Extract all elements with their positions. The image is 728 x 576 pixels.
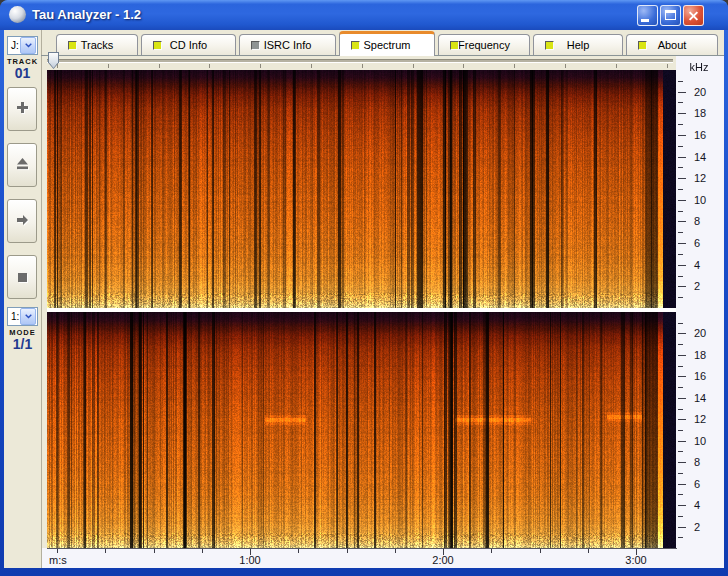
freq-tick	[678, 265, 686, 266]
freq-tick-label: 18	[694, 108, 706, 119]
window-controls	[637, 5, 704, 26]
close-button[interactable]	[683, 5, 704, 26]
tab-help[interactable]: Help	[533, 34, 623, 55]
next-button[interactable]	[7, 199, 37, 243]
freq-tick	[678, 286, 686, 287]
freq-tick	[678, 451, 683, 452]
arrow-right-icon	[16, 214, 29, 229]
app-window: Tau Analyzer - 1.2 J: TRACK 01 1:	[0, 0, 728, 576]
time-tick	[588, 549, 589, 553]
time-tick-label: 1:00	[239, 554, 260, 566]
freq-tick	[678, 211, 683, 212]
maximize-button[interactable]	[660, 5, 681, 26]
freq-tick	[678, 494, 683, 495]
drive-select[interactable]: J:	[7, 36, 38, 55]
freq-tick	[678, 102, 683, 103]
freq-tick	[678, 113, 686, 114]
chevron-down-icon[interactable]	[20, 37, 36, 54]
slider-tick	[209, 64, 210, 68]
title-bar[interactable]: Tau Analyzer - 1.2	[0, 0, 728, 30]
mode-value: 1/1	[4, 336, 41, 352]
freq-tick	[678, 124, 683, 125]
freq-tick-label: 4	[694, 500, 700, 511]
freq-tick	[678, 527, 686, 528]
freq-tick-label: 12	[694, 173, 706, 184]
slider-tick	[565, 64, 566, 68]
tab-about[interactable]: About	[626, 34, 718, 55]
freq-tick-label: 4	[694, 260, 700, 271]
freq-tick	[678, 419, 686, 420]
tab-led-indicator-icon	[251, 41, 260, 50]
sidebar: J: TRACK 01 1: MODE 1/1	[4, 30, 42, 568]
freq-tick	[678, 243, 686, 244]
freq-tick	[678, 323, 683, 324]
tab-frequency[interactable]: Frequency	[438, 34, 530, 55]
time-tick-label: 2:00	[432, 554, 453, 566]
freq-tick	[678, 200, 686, 201]
slider-tick	[514, 64, 515, 68]
freq-tick	[678, 254, 683, 255]
time-axis-unit: m:s	[49, 554, 67, 566]
freq-tick	[678, 462, 686, 463]
freq-tick	[678, 430, 683, 431]
freq-tick-label: 10	[694, 195, 706, 206]
minimize-button[interactable]	[637, 5, 658, 26]
drive-select-value: J:	[11, 40, 19, 51]
tab-label: CD Info	[170, 39, 207, 51]
freq-tick-label: 8	[694, 216, 700, 227]
mode-select[interactable]: 1:	[7, 307, 38, 326]
spectrogram-channel-2	[47, 312, 676, 548]
slider-tick	[311, 64, 312, 68]
tab-bar: TracksCD InfoISRC InfoSpectrumFrequencyH…	[41, 30, 724, 56]
freq-tick	[678, 92, 686, 93]
time-tick	[154, 549, 155, 553]
time-tick	[57, 549, 58, 553]
eject-icon	[16, 158, 29, 173]
tab-led-indicator-icon	[450, 41, 459, 50]
freq-tick-label: 16	[694, 130, 706, 141]
stop-button[interactable]	[7, 255, 37, 299]
freq-tick	[678, 189, 683, 190]
freq-tick-label: 20	[694, 87, 706, 98]
chevron-down-icon[interactable]	[20, 308, 36, 325]
tab-led-indicator-icon	[638, 41, 647, 50]
freq-tick	[678, 178, 686, 179]
time-tick	[347, 549, 348, 553]
tab-cd-info[interactable]: CD Info	[141, 34, 236, 55]
freq-tick	[678, 366, 683, 367]
add-button[interactable]	[7, 87, 37, 131]
freq-tick	[678, 333, 686, 334]
stop-icon	[18, 270, 27, 285]
tab-led-indicator-icon	[153, 41, 162, 50]
tab-isrc-info[interactable]: ISRC Info	[239, 34, 336, 55]
freq-tick	[678, 157, 686, 158]
tab-label: ISRC Info	[264, 39, 312, 51]
freq-tick	[678, 387, 683, 388]
tab-spectrum[interactable]: Spectrum	[339, 31, 435, 56]
position-slider-track[interactable]	[47, 59, 673, 62]
freq-tick-label: 8	[694, 457, 700, 468]
freq-tick	[678, 167, 683, 168]
freq-tick	[678, 516, 683, 517]
slider-tick	[108, 64, 109, 68]
tab-label: Help	[567, 39, 590, 51]
freq-tick	[678, 376, 686, 377]
freq-tick	[678, 146, 683, 147]
eject-button[interactable]	[7, 143, 37, 187]
freq-tick-label: 14	[694, 152, 706, 163]
freq-tick	[678, 221, 686, 222]
slider-tick	[362, 64, 363, 68]
freq-tick	[678, 232, 683, 233]
freq-tick-label: 12	[694, 414, 706, 425]
mode-select-value: 1:	[11, 311, 19, 322]
slider-tick	[413, 64, 414, 68]
time-tick	[105, 549, 106, 553]
freq-tick	[678, 344, 683, 345]
freq-tick	[678, 484, 686, 485]
time-axis-background	[42, 548, 676, 568]
freq-tick	[678, 409, 683, 410]
slider-tick	[667, 64, 668, 68]
slider-tick	[57, 64, 58, 68]
tab-tracks[interactable]: Tracks	[56, 34, 138, 55]
client-area: J: TRACK 01 1: MODE 1/1 TracksCD InfoISR…	[4, 30, 724, 568]
